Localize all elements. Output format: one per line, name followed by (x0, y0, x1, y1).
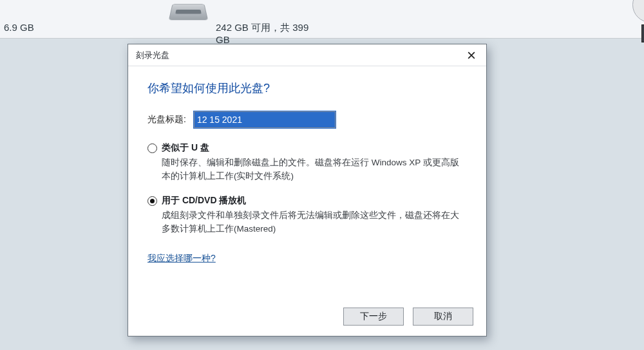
close-icon (468, 51, 475, 59)
hdd-usage-text: 242 GB 可用，共 399 GB (216, 22, 309, 45)
option-mastered[interactable]: 用于 CD/DVD 播放机 成组刻录文件和单独刻录文件后将无法编辑或删除这些文件… (147, 195, 467, 236)
cancel-button[interactable]: 取消 (413, 308, 473, 326)
option-mastered-title: 用于 CD/DVD 播放机 (162, 195, 467, 207)
close-button[interactable] (457, 44, 486, 66)
burn-disc-dialog: 刻录光盘 你希望如何使用此光盘? 光盘标题: 类似于 U 盘 随时保存、编辑和删… (128, 44, 487, 336)
option-mastered-desc: 成组刻录文件和单独刻录文件后将无法编辑或删除这些文件，磁盘还将在大多数计算机上工… (162, 209, 467, 236)
dvd-icon (632, 0, 644, 23)
dialog-title: 刻录光盘 (136, 50, 457, 61)
hdd-icon (169, 4, 208, 20)
dialog-titlebar: 刻录光盘 (128, 44, 486, 66)
disc-title-input[interactable] (194, 111, 336, 128)
disc-title-label: 光盘标题: (147, 114, 186, 125)
option-usb-like-title: 类似于 U 盘 (162, 142, 467, 154)
cdr-badge: CD-R (641, 24, 644, 42)
radio-mastered[interactable] (147, 196, 157, 206)
option-usb-like[interactable]: 类似于 U 盘 随时保存、编辑和删除磁盘上的文件。磁盘将在运行 Windows … (147, 142, 467, 183)
dialog-heading: 你希望如何使用此光盘? (147, 80, 467, 96)
next-button[interactable]: 下一步 (343, 308, 404, 326)
explorer-drive-row: 6.9 GB 242 GB 可用，共 399 GB CD-R 702 MB 可用… (0, 0, 644, 39)
drive-free-left: 6.9 GB (4, 22, 34, 33)
option-usb-like-desc: 随时保存、编辑和删除磁盘上的文件。磁盘将在运行 Windows XP 或更高版本… (162, 156, 467, 183)
help-link[interactable]: 我应选择哪一种? (147, 253, 216, 264)
radio-usb-like[interactable] (147, 143, 157, 153)
